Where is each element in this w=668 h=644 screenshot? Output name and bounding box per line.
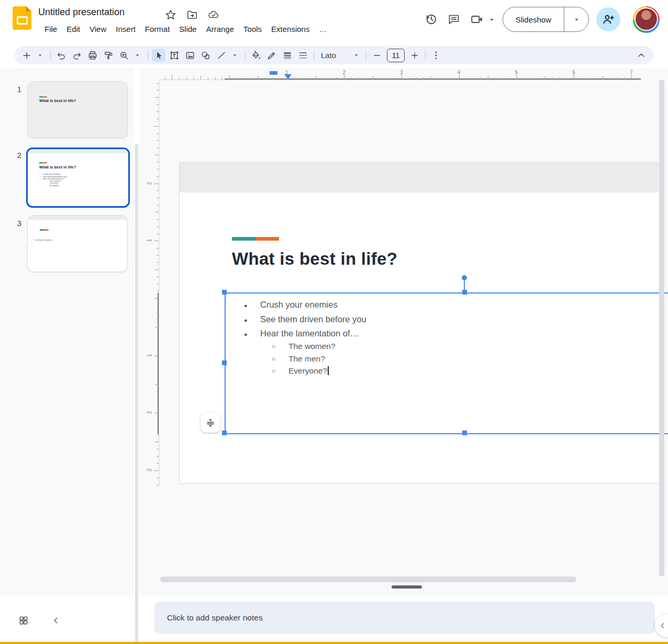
menu-overflow[interactable]: … <box>314 23 331 36</box>
new-slide-caret[interactable] <box>33 49 47 62</box>
bullet-item[interactable]: ○The men? <box>272 354 325 364</box>
comments-button[interactable] <box>442 8 465 31</box>
menu-arrange[interactable]: Arrange <box>202 23 239 36</box>
bullet-item[interactable]: ●See them driven before you <box>244 314 366 324</box>
ruler-tick <box>157 190 159 191</box>
zoom-caret[interactable] <box>130 49 144 62</box>
ruler-tick <box>157 377 159 378</box>
slide-thumbnail-3[interactable]: Crush your enemies <box>27 215 128 272</box>
resize-handle-middle-left[interactable] <box>222 360 227 365</box>
resize-handle-top-left[interactable] <box>222 290 227 295</box>
decrease-font-size-button[interactable] <box>370 49 384 62</box>
border-color-button[interactable] <box>265 49 279 62</box>
paint-format-button[interactable] <box>102 49 115 62</box>
notes-resize-handle[interactable] <box>392 585 422 589</box>
resize-handle-bottom-left[interactable] <box>222 431 227 435</box>
text-box-button[interactable] <box>168 49 181 62</box>
move-button[interactable] <box>185 7 199 22</box>
editing-canvas: 1234567 21123 What is best in life? ●Cru… <box>139 68 668 596</box>
ruler-tick <box>430 76 431 80</box>
ruler-tick <box>222 77 222 80</box>
font-family-select[interactable]: Lato <box>318 51 362 60</box>
thumbnail-bullet-line: Everyone? <box>39 184 67 186</box>
font-size-input[interactable]: 11 <box>387 49 405 62</box>
horizontal-scrollbar[interactable] <box>160 577 576 582</box>
ruler-tick <box>154 413 159 413</box>
filmstrip-scrollbar[interactable] <box>135 144 138 644</box>
bullet-item[interactable]: ●Hear the lamentation of… <box>244 329 359 338</box>
share-button[interactable] <box>596 7 620 31</box>
insert-shape-button[interactable] <box>199 49 213 62</box>
grid-view-button[interactable] <box>16 613 31 628</box>
ruler-tick <box>581 77 582 80</box>
undo-button[interactable] <box>54 49 68 62</box>
ruler-tick <box>452 77 452 80</box>
menu-insert[interactable]: Insert <box>111 23 140 36</box>
new-slide-button[interactable] <box>20 49 34 62</box>
ruler-number: 1 <box>285 70 288 75</box>
rotation-handle[interactable] <box>462 275 467 280</box>
star-button[interactable] <box>163 7 178 22</box>
camera-caret-down-icon[interactable] <box>488 16 495 23</box>
more-options-button[interactable] <box>429 49 443 62</box>
collapse-sidebar-button[interactable] <box>655 614 668 637</box>
print-button[interactable] <box>86 49 99 62</box>
menu-format[interactable]: Format <box>140 23 175 36</box>
menu-edit[interactable]: Edit <box>62 23 85 36</box>
first-line-indent-marker[interactable] <box>270 71 277 75</box>
line-caret[interactable] <box>228 49 241 62</box>
ruler-tick <box>157 312 159 313</box>
slide-number: 3 <box>15 219 24 228</box>
thumbnail-bullets: Crush your enemiesSee them driven before… <box>39 173 67 187</box>
account-avatar[interactable] <box>633 6 660 33</box>
hide-menus-button[interactable] <box>634 49 648 62</box>
menu-file[interactable]: File <box>40 23 62 36</box>
version-history-button[interactable] <box>419 8 442 31</box>
slides-logo-icon[interactable] <box>13 6 31 30</box>
border-weight-button[interactable] <box>281 49 294 62</box>
chevron-left-icon <box>51 616 61 625</box>
document-title[interactable]: Untitled presentation <box>38 7 125 18</box>
bullet-item[interactable]: ●Crush your enemies <box>244 300 338 310</box>
resize-handle-bottom-center[interactable] <box>462 431 467 435</box>
ruler-tick <box>330 77 330 80</box>
select-tool-button[interactable] <box>152 49 165 62</box>
ruler-tick <box>366 77 366 80</box>
ruler-tick <box>438 77 438 80</box>
menu-slide[interactable]: Slide <box>174 23 201 36</box>
vertical-scrollbar[interactable] <box>659 80 664 577</box>
slide-thumbnail-1[interactable]: What is best in life? <box>27 81 128 138</box>
video-camera-icon <box>470 13 484 26</box>
insert-image-button[interactable] <box>183 49 197 62</box>
ruler-tick <box>208 77 208 80</box>
redo-button[interactable] <box>70 49 84 62</box>
slide-title[interactable]: What is best in life? <box>232 249 397 269</box>
menu-tools[interactable]: Tools <box>239 23 266 36</box>
fill-color-button[interactable] <box>249 49 263 62</box>
bullet-item[interactable]: ○The women? <box>272 342 336 351</box>
bullet-item[interactable]: ○Everyone? <box>272 366 329 376</box>
collapse-filmstrip-button[interactable] <box>48 613 64 628</box>
ruler-tick <box>157 291 159 291</box>
document-status-button[interactable] <box>206 7 221 22</box>
present-to-meet-button[interactable] <box>465 8 488 31</box>
ruler-tick <box>157 133 159 134</box>
speaker-notes[interactable]: Click to add speaker notes <box>154 602 655 634</box>
zoom-button[interactable] <box>117 49 131 62</box>
slide-thumbnail-2[interactable]: What is best in life? Crush your enemies… <box>26 148 130 208</box>
increase-font-size-button[interactable] <box>408 49 421 62</box>
resize-handle-top-center[interactable] <box>462 290 467 295</box>
slideshow-options-button[interactable] <box>564 7 588 31</box>
slideshow-split-button: Slideshow <box>503 7 589 32</box>
ruler-tick <box>316 76 316 80</box>
insert-line-button[interactable] <box>215 49 228 62</box>
selection-border-bottom <box>225 433 668 434</box>
menu-view[interactable]: View <box>85 23 111 36</box>
slide-editor[interactable]: What is best in life? ●Crush your enemie… <box>179 162 659 484</box>
border-dash-button[interactable] <box>296 49 310 62</box>
chevron-left-icon <box>659 622 667 630</box>
menu-extensions[interactable]: Extensions <box>266 23 314 36</box>
autofit-options-button[interactable] <box>201 413 220 433</box>
ruler-tick <box>155 385 159 385</box>
slideshow-button[interactable]: Slideshow <box>503 7 564 31</box>
